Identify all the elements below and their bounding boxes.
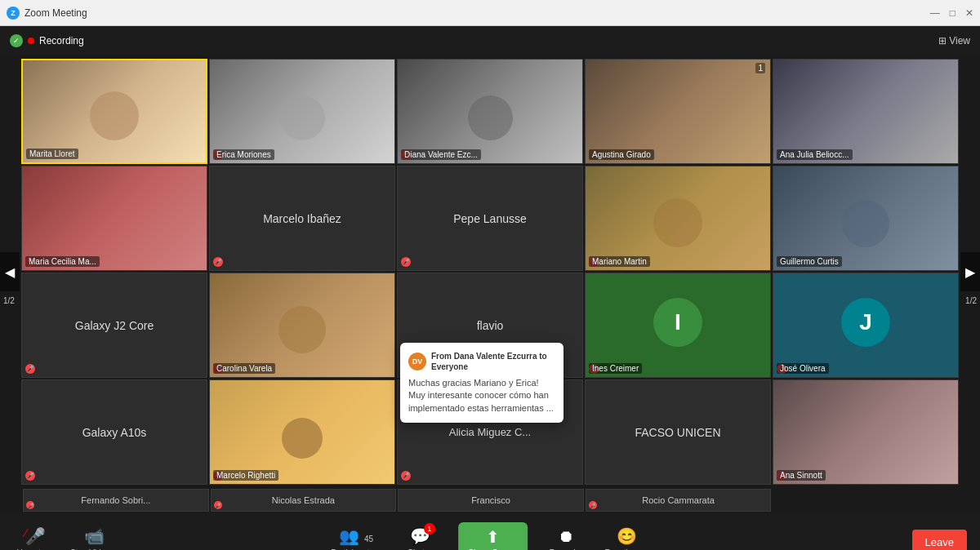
chat-popup-header: DV From Dana Valente Ezcurra to Everyone xyxy=(408,351,555,372)
toolbar-left: 🎤⁄ Unmute ▲ 📹 Stop Video ▲ xyxy=(13,526,118,550)
participant-cell-anasinnott[interactable]: 🎤 Ana Sinnott xyxy=(773,379,959,485)
participant-cell-guillermo[interactable]: Guillermo Curtis xyxy=(773,166,959,271)
face-overlay-diana xyxy=(398,60,582,163)
chat-badge: 1 xyxy=(424,523,435,534)
name-francisco: Francisco xyxy=(471,495,510,505)
recording-dot xyxy=(28,38,34,44)
participant-name-diana: Diana Valente Ezc... xyxy=(401,149,481,160)
avatar-ines: I xyxy=(586,273,770,377)
participant-cell-ines[interactable]: I 🎤 Ines Creimer xyxy=(585,273,771,378)
participant-name-mariacecilia: Maria Cecilia Ma... xyxy=(25,256,100,267)
chat-message-text: Muchas gracias Mariano y Erica! Muy inte… xyxy=(408,377,555,415)
face-overlay-marcelorighetti xyxy=(210,380,394,484)
participant-name-jose: José Olivera xyxy=(777,363,829,374)
participant-text-name-galaxya10s: Galaxy A10s xyxy=(79,426,150,439)
name-rocio: Rocio Cammarata xyxy=(642,495,715,505)
share-screen-icon: ⬆ xyxy=(486,527,500,547)
participant-cell-carolina[interactable]: 🎤 Carolina Varela xyxy=(209,273,395,378)
avatar-circle-jose: J xyxy=(841,298,890,347)
toolbar-right: Leave xyxy=(912,530,967,551)
participants-button[interactable]: 👥 45 Participants ▲ xyxy=(331,526,381,550)
unmute-button[interactable]: 🎤⁄ Unmute ▲ xyxy=(13,526,57,550)
participant-cell-anajulia[interactable]: Ana Julia Beliocc... xyxy=(773,59,959,164)
participant-cell-marita[interactable]: Marita Lloret xyxy=(21,59,207,164)
mute-icon-pepe: 🎤 xyxy=(401,257,411,267)
participant-name-agustina: Agustina Girado xyxy=(589,149,654,160)
participant-cell-mariano[interactable]: 🎤 Mariano Martin xyxy=(585,166,771,271)
mute-icon-rocio: 🎤 xyxy=(589,501,597,509)
participant-text-name-pepe: Pepe Lanusse xyxy=(450,212,530,225)
leave-button[interactable]: Leave xyxy=(912,530,967,551)
chat-from-label: From Dana Valente Ezcurra to Everyone xyxy=(431,351,555,372)
avatar-circle-ines: I xyxy=(653,298,702,347)
face-overlay-erica xyxy=(210,60,394,163)
record-button[interactable]: ⏺ Record ▲ xyxy=(544,527,588,551)
mute-icon-alicia: 🎤 xyxy=(401,471,411,481)
share-screen-button[interactable]: ⬆ Share Screen xyxy=(458,522,528,551)
chat-button[interactable]: 💬 1 Chat ▲ xyxy=(398,526,442,550)
name-fernando: Fernando Sobri... xyxy=(81,495,150,505)
participant-name-mariano: Mariano Martin xyxy=(589,256,650,267)
participant-cell-jose[interactable]: J 🎤 José Olivera xyxy=(773,273,959,378)
participant-cell-galaxyj2[interactable]: Galaxy J2 Core 🎤 xyxy=(21,273,207,378)
participant-text-name-facso: FACSO UNICEN xyxy=(631,426,724,439)
participant-badge-agustina: 1 xyxy=(755,63,765,73)
participant-text-name-marcelo: Marcelo Ibañez xyxy=(260,212,345,225)
avatar-facso: FACSO UNICEN xyxy=(586,380,770,484)
recording-badge: ✓ Recording xyxy=(10,34,84,47)
chat-sender-avatar: DV xyxy=(408,353,426,370)
participant-cell-erica[interactable]: 🎤 Erica Moriones xyxy=(209,59,395,164)
participant-cell-facso[interactable]: FACSO UNICEN xyxy=(585,379,771,485)
participant-name-erica: Erica Moriones xyxy=(213,149,274,160)
cell-nicolas[interactable]: Nicolas Estrada 🎤 xyxy=(211,489,397,512)
titlebar-left: Z Zoom Meeting xyxy=(7,7,87,20)
participant-name-marcelorighetti: Marcelo Righetti xyxy=(213,470,278,481)
prev-page-button[interactable]: ◀ xyxy=(0,252,20,291)
participant-cell-agustina[interactable]: 1 Agustina Girado xyxy=(585,59,771,164)
toolbar: 🎤⁄ Unmute ▲ 📹 Stop Video ▲ 👥 45 Particip… xyxy=(0,512,980,550)
mute-icon-galaxya10s: 🎤 xyxy=(25,471,35,481)
chat-popup: DV From Dana Valente Ezcurra to Everyone… xyxy=(400,343,564,423)
cell-fernando[interactable]: Fernando Sobri... 🎤 xyxy=(23,489,209,512)
page-indicator-left: 1/2 xyxy=(3,296,15,305)
avatar-jose: J xyxy=(773,273,958,377)
page-indicator-right: 1/2 xyxy=(965,296,977,305)
participant-cell-diana[interactable]: 🎤 Diana Valente Ezc... xyxy=(397,59,583,164)
stop-video-button[interactable]: 📹 Stop Video ▲ xyxy=(70,526,118,550)
mute-icon-marcelo: 🎤 xyxy=(213,257,223,267)
video-area: ◀ 1/2 Marita Lloret 🎤 Erica Moriones xyxy=(0,55,980,488)
reactions-button[interactable]: 😊 Reactions ▲ xyxy=(604,526,648,550)
participant-cell-marcelorighetti[interactable]: 🎤 Marcelo Righetti xyxy=(209,379,395,485)
avatar-galaxya10s: Galaxy A10s xyxy=(22,380,207,484)
cell-rocio[interactable]: Rocio Cammarata 🎤 xyxy=(586,489,772,512)
close-button[interactable]: ✕ xyxy=(965,7,973,19)
recording-label: Recording xyxy=(39,35,84,47)
participant-cell-galaxya10s[interactable]: Galaxy A10s 🎤 xyxy=(21,379,207,485)
titlebar-controls[interactable]: — □ ✕ xyxy=(930,7,973,19)
camera-icon: 📹 xyxy=(84,526,105,546)
cell-francisco[interactable]: Francisco xyxy=(398,489,584,512)
participant-cell-marcelo[interactable]: Marcelo Ibañez 🎤 xyxy=(209,166,395,271)
participant-cell-mariacecilia[interactable]: 🎤 Maria Cecilia Ma... xyxy=(21,166,207,271)
face-overlay-marita xyxy=(23,60,206,162)
video-feed-agustina xyxy=(586,60,770,163)
next-page-button[interactable]: ▶ xyxy=(960,252,980,291)
face-overlay-carolina xyxy=(210,273,394,377)
name-nicolas: Nicolas Estrada xyxy=(272,495,335,505)
video-grid: Marita Lloret 🎤 Erica Moriones 🎤 Diana V… xyxy=(21,55,959,488)
maximize-button[interactable]: □ xyxy=(950,7,956,19)
titlebar: Z Zoom Meeting — □ ✕ xyxy=(0,0,980,26)
view-button[interactable]: ⊞ View xyxy=(938,35,970,47)
participants-count: 45 xyxy=(364,534,373,543)
minimize-button[interactable]: — xyxy=(930,7,940,19)
participant-cell-pepe[interactable]: Pepe Lanusse 🎤 xyxy=(397,166,583,271)
participant-name-guillermo: Guillermo Curtis xyxy=(777,256,842,267)
topbar: ✓ Recording ⊞ View xyxy=(0,26,980,55)
face-overlay-mariano xyxy=(586,166,770,270)
avatar-galaxyj2: Galaxy J2 Core xyxy=(22,273,207,377)
participant-text-name-galaxyj2: Galaxy J2 Core xyxy=(72,319,157,332)
video-feed-mariacecilia xyxy=(22,166,207,270)
toolbar-center: 👥 45 Participants ▲ 💬 1 Chat ▲ ⬆ Share S… xyxy=(331,522,649,551)
reactions-icon: 😊 xyxy=(617,526,637,546)
avatar-marcelo: Marcelo Ibañez xyxy=(210,166,394,270)
